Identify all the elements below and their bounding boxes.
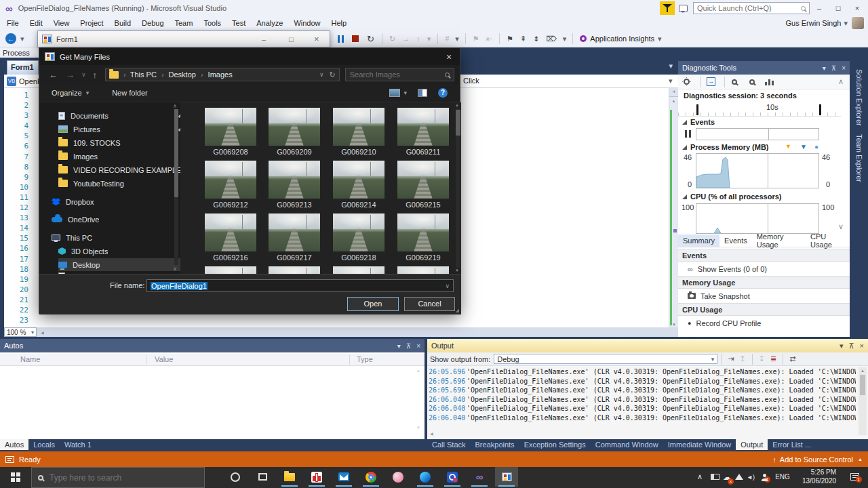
file-thumbnail-G0069214[interactable]: G0069214 — [327, 161, 391, 209]
member-dropdown-icon[interactable] — [669, 77, 673, 85]
scroll-down-icon[interactable] — [669, 323, 679, 327]
prev-bookmark-icon[interactable]: ⇞ — [520, 35, 526, 43]
nav-scrollbar-thumb[interactable] — [174, 109, 178, 197]
go-next-icon[interactable]: ↧ — [759, 354, 765, 363]
send-feedback-icon[interactable] — [679, 5, 688, 12]
search-box[interactable] — [345, 68, 454, 81]
back-dropdown-icon[interactable] — [20, 35, 24, 43]
summary-item[interactable]: Record CPU Profile — [678, 316, 850, 330]
autos-header[interactable]: Autos — [0, 339, 425, 352]
nav-item-video-recording-examples[interactable]: VIDEO RECORDING EXAMPLES — [58, 163, 180, 176]
quick-launch-box[interactable] — [693, 2, 810, 14]
task-view-icon[interactable] — [251, 467, 274, 487]
toolbar-overflow-icon[interactable] — [455, 35, 459, 43]
user-avatar[interactable] — [852, 17, 864, 29]
organize-dropdown-icon[interactable] — [86, 89, 90, 96]
source-control-caret-icon[interactable] — [858, 457, 863, 462]
new-folder-button[interactable]: New folder — [112, 89, 148, 97]
menu-team[interactable]: Team — [170, 17, 199, 29]
output-log[interactable]: 26:05.696'OpenFileDialog_FileNames.exe' … — [429, 367, 856, 435]
tab-call-stack[interactable]: Call Stack — [427, 439, 471, 450]
scroll-up-icon[interactable] — [669, 97, 678, 105]
back-icon[interactable] — [49, 70, 58, 80]
resize-grip[interactable] — [455, 308, 459, 312]
tab-command-window[interactable]: Command Window — [591, 439, 663, 450]
file-thumbnail-G0069217[interactable]: G0069217 — [262, 214, 326, 262]
tab-autos[interactable]: Autos — [0, 439, 28, 450]
close-icon[interactable] — [860, 342, 864, 350]
editor-horizontal-scrollbar[interactable]: 100 % — [4, 327, 678, 337]
menu-build[interactable]: Build — [109, 17, 136, 29]
form1-window[interactable]: Form1 — [37, 30, 330, 47]
dialog-close-icon[interactable] — [446, 52, 452, 62]
output-scrollbar[interactable] — [859, 367, 867, 435]
preview-pane-icon[interactable] — [418, 89, 427, 97]
minimize-button[interactable] — [262, 35, 266, 43]
start-button[interactable] — [4, 467, 27, 487]
settings-gear-icon[interactable] — [684, 79, 690, 85]
running-form-app-icon[interactable] — [495, 467, 518, 487]
grid-scrollbar-thumb[interactable] — [456, 110, 460, 136]
breadcrumb-this-pc[interactable]: This PC — [130, 70, 157, 79]
nav-scroll-down-icon[interactable] — [173, 266, 177, 272]
pause-button[interactable] — [338, 35, 344, 43]
restart-button[interactable] — [367, 34, 374, 44]
menu-tools[interactable]: Tools — [198, 17, 226, 29]
autos-column-headers[interactable]: NameValueType — [0, 354, 425, 366]
next-bookmark-icon[interactable]: ⇟ — [533, 35, 539, 43]
indent-icon[interactable]: ⇤ — [486, 35, 492, 43]
people-icon[interactable]: 1 — [757, 467, 772, 487]
file-thumbnail-G0069213[interactable]: G0069213 — [262, 161, 326, 209]
nav-item-pictures[interactable]: Pictures — [58, 123, 180, 136]
file-thumbnail-G0069215[interactable]: G0069215 — [391, 161, 455, 209]
timeline-ruler[interactable]: 10s — [678, 102, 841, 117]
file-thumbnail-partial[interactable] — [327, 266, 391, 274]
file-thumbnail-G0069211[interactable]: G0069211 — [391, 108, 455, 156]
scrollbar-thumb[interactable] — [860, 375, 865, 395]
nav-item-youtubetesting[interactable]: YoutubeTesting — [58, 177, 180, 190]
document-tab-form1[interactable]: Form1 — [7, 60, 39, 75]
tab-locals[interactable]: Locals — [28, 439, 60, 450]
open-button[interactable]: Open — [347, 297, 399, 311]
dialog-search-input[interactable] — [350, 70, 431, 79]
expander-icon[interactable] — [682, 120, 687, 125]
expander-icon[interactable] — [682, 145, 687, 150]
clear-bookmarks-icon[interactable]: ⌦ — [546, 35, 557, 43]
format-icon[interactable]: # — [445, 35, 449, 43]
cancel-button[interactable]: Cancel — [404, 297, 455, 311]
side-tab-solution-explorer[interactable]: Solution Explorer — [855, 69, 863, 126]
file-explorer-icon[interactable] — [278, 467, 301, 487]
close-icon[interactable] — [842, 64, 846, 72]
refresh-icon[interactable] — [389, 35, 395, 43]
nav-scroll-up-icon[interactable] — [173, 103, 177, 109]
menu-project[interactable]: Project — [75, 17, 108, 29]
application-insights-label[interactable]: Application Insights — [590, 35, 654, 43]
visual-studio-taskbar-icon[interactable] — [468, 467, 491, 487]
menu-view[interactable]: View — [48, 17, 75, 29]
export-icon[interactable] — [707, 77, 715, 86]
nav-item-3d-objects[interactable]: 3D Objects — [58, 245, 180, 258]
step-into-icon[interactable] — [427, 35, 431, 43]
scroll-left-icon[interactable] — [430, 431, 433, 436]
menu-help[interactable]: Help — [326, 17, 353, 29]
clear-all-icon[interactable]: ≣ — [770, 354, 776, 363]
recorder-app-icon[interactable] — [441, 467, 464, 487]
nav-item-dropbox[interactable]: Dropbox — [52, 195, 180, 208]
word-wrap-icon[interactable]: ⇄ — [789, 354, 795, 363]
file-thumbnail-partial[interactable] — [391, 266, 455, 274]
scroll-up-icon[interactable] — [859, 367, 867, 373]
onedrive-status-icon[interactable]: × — [720, 467, 734, 487]
tab-exception-settings[interactable]: Exception Settings — [519, 439, 591, 450]
pin-icon[interactable] — [406, 342, 411, 350]
zoom-out-icon[interactable]: − — [749, 79, 755, 85]
tab-memory-usage[interactable]: Memory Usage — [752, 230, 806, 251]
pin-icon[interactable] — [849, 342, 854, 350]
nav-item-109-stocks[interactable]: 109. STOCKS — [58, 136, 180, 149]
file-thumbnail-G0069218[interactable]: G0069218 — [327, 214, 391, 262]
menu-test[interactable]: Test — [226, 17, 251, 29]
nav-item-this-pc[interactable]: This PC — [52, 231, 180, 244]
file-thumbnail-G0069210[interactable]: G0069210 — [327, 108, 391, 156]
summary-item[interactable]: Show Events (0 of 0) — [678, 262, 850, 276]
window-position-icon[interactable] — [840, 342, 844, 350]
bookmark-overflow-icon[interactable] — [563, 35, 567, 43]
